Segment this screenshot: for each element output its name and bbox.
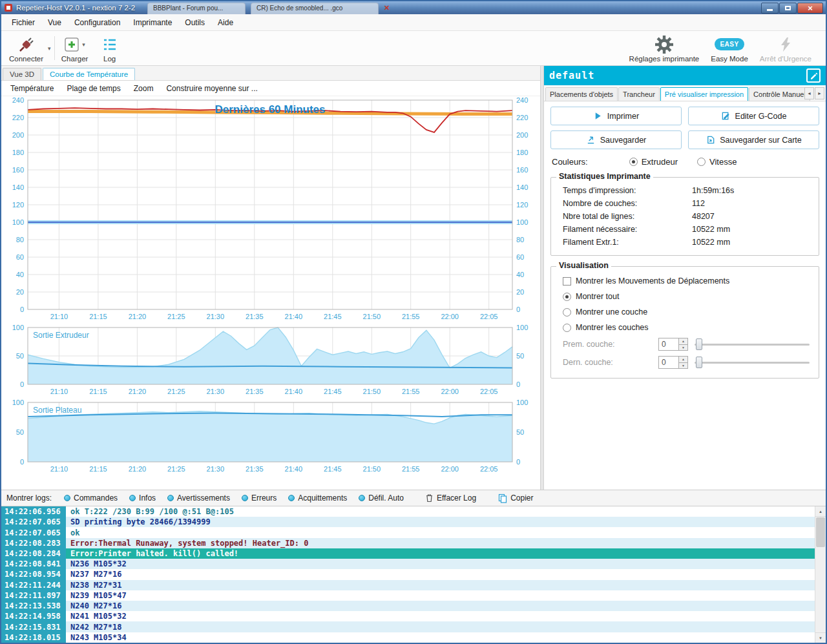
color-option[interactable]: Extrudeur: [629, 157, 678, 167]
layer-slider[interactable]: [695, 338, 810, 351]
copy-log-button[interactable]: Copier: [492, 492, 539, 505]
easy-mode-label: Easy Mode: [711, 55, 748, 63]
tab-3d-view[interactable]: Vue 3D: [3, 68, 41, 80]
menu-item[interactable]: Imprimante: [127, 16, 178, 30]
spinner-down-icon[interactable]: ▼: [679, 344, 687, 351]
svg-text:21:15: 21:15: [89, 313, 107, 320]
radio-icon[interactable]: [629, 158, 638, 166]
connect-button[interactable]: Connecter: [5, 31, 47, 65]
show-travel-moves-checkbox[interactable]: Montrer les Mouvements de Déplacements: [558, 273, 812, 289]
log-filter-toggle[interactable]: Commandes: [58, 492, 123, 504]
svg-text:21:45: 21:45: [324, 313, 342, 320]
log-message: N243 M105*34: [66, 633, 127, 642]
scroll-up-icon[interactable]: ▲: [815, 506, 826, 517]
radio-icon[interactable]: [563, 308, 571, 317]
scroll-down-icon[interactable]: ▼: [815, 632, 826, 643]
checkbox-icon[interactable]: [563, 277, 571, 286]
menu-item[interactable]: Vue: [41, 16, 68, 30]
stat-row: Nombre de couches: 112: [558, 197, 812, 210]
log-row[interactable]: 14:22:08.841 N236 M105*32: [1, 559, 815, 569]
log-message: SD printing byte 28466/1394999: [66, 517, 211, 526]
log-row[interactable]: 14:22:08.283 Error:Thermal Runaway, syst…: [1, 538, 815, 548]
menu-item[interactable]: Configuration: [68, 16, 127, 30]
log-filter-toggle[interactable]: Avertissements: [162, 492, 236, 504]
extruder-output-chart: 00505010010021:1021:1521:2021:2521:3021:…: [2, 324, 539, 399]
log-filter-toggle[interactable]: Infos: [123, 492, 162, 504]
visualisation-option[interactable]: Montrer les couches: [558, 320, 812, 335]
visualisation-option[interactable]: Montrer tout: [558, 289, 812, 304]
toolbar-separator: [54, 36, 55, 60]
visualisation-option[interactable]: Montrer une couche: [558, 304, 812, 320]
log-timestamp: 14:22:08.841: [1, 559, 66, 569]
log-filter-toggle[interactable]: Erreurs: [236, 492, 282, 504]
chart-menu-item[interactable]: Zoom: [127, 82, 160, 95]
tab-object-placement[interactable]: Placements d'objets: [545, 87, 618, 101]
log-filter-toggle[interactable]: Acquittements: [282, 492, 353, 504]
svg-text:160: 160: [12, 166, 24, 174]
chart-menu-item[interactable]: Plage de temps: [60, 82, 127, 95]
edit-printer-button[interactable]: [806, 68, 821, 83]
svg-text:21:35: 21:35: [246, 465, 264, 473]
log-row[interactable]: 14:22:14.958 N241 M105*32: [1, 611, 815, 621]
log-row[interactable]: 14:22:07.065 ok: [1, 527, 815, 537]
chevron-down-icon[interactable]: ▾: [48, 45, 51, 52]
printer-settings-button[interactable]: Réglages imprimante: [625, 31, 704, 65]
spinner-up-icon[interactable]: ▲: [679, 338, 687, 344]
slider-handle[interactable]: [696, 338, 702, 350]
slider-handle[interactable]: [696, 357, 702, 368]
log-message: Error:Thermal Runaway, system stopped! H…: [66, 539, 308, 548]
layer-slider[interactable]: [695, 356, 810, 369]
log-scrollbar[interactable]: ▲ ▼: [815, 506, 826, 643]
color-option[interactable]: Vitesse: [697, 157, 737, 167]
log-row[interactable]: 14:22:07.065 SD printing byte 28466/1394…: [1, 517, 815, 527]
tab-manual-control[interactable]: Contrôle Manuel: [749, 87, 810, 101]
chart-menu-item[interactable]: Température: [4, 82, 60, 95]
log-row[interactable]: 14:22:11.244 N238 M27*31: [1, 580, 815, 590]
radio-icon[interactable]: [563, 293, 571, 301]
edit-gcode-button[interactable]: Editer G-Code: [688, 107, 819, 125]
log-row[interactable]: 14:22:08.284 Error:Printer halted. kill(…: [1, 548, 815, 559]
print-button[interactable]: Imprimer: [550, 107, 682, 125]
maximize-button[interactable]: [779, 3, 797, 14]
log-message: N238 M27*31: [66, 581, 121, 590]
tab-print-preview[interactable]: Pré visualiser impression: [660, 87, 748, 101]
svg-text:21:25: 21:25: [167, 313, 185, 320]
clear-log-button[interactable]: Effacer Log: [419, 492, 483, 504]
easy-mode-button[interactable]: EASY Easy Mode: [707, 31, 752, 65]
scroll-thumb[interactable]: [816, 517, 825, 547]
tab-temperature-curve[interactable]: Courbe de Température: [43, 68, 135, 80]
spinner-down-icon[interactable]: ▼: [679, 362, 687, 369]
log-row[interactable]: 14:22:18.015 N243 M105*34: [1, 632, 815, 643]
menu-item[interactable]: Aide: [211, 16, 240, 30]
load-button[interactable]: ▾ Charger: [58, 31, 92, 65]
svg-text:21:25: 21:25: [167, 388, 185, 395]
log-row[interactable]: 14:22:08.954 N237 M27*16: [1, 569, 815, 579]
chart-menu-item[interactable]: Construire moyenne sur ...: [160, 82, 264, 95]
log-row[interactable]: 14:22:13.538 N240 M27*16: [1, 601, 815, 611]
background-tab[interactable]: CR) Echo de smoobled... .gco: [251, 3, 379, 14]
radio-icon[interactable]: [563, 324, 571, 332]
layer-spinner[interactable]: 0 ▲▼: [658, 356, 688, 369]
background-tab-close-icon[interactable]: ✕: [384, 4, 390, 12]
save-button[interactable]: Sauvegarder: [550, 130, 682, 149]
svg-text:Sortie Plateau: Sortie Plateau: [33, 406, 81, 415]
log-button[interactable]: Log: [92, 31, 127, 65]
chevron-down-icon[interactable]: ▾: [82, 41, 85, 48]
log-filter-toggle[interactable]: Défil. Auto: [353, 492, 410, 504]
menu-item[interactable]: Outils: [178, 16, 211, 30]
close-button[interactable]: ×: [797, 3, 823, 14]
background-tab[interactable]: BBBPlant - Forum pou...: [147, 3, 246, 14]
tabs-scroll-left-icon[interactable]: ◄: [804, 87, 814, 99]
log-row[interactable]: 14:22:15.831 N242 M27*18: [1, 621, 815, 632]
menu-item[interactable]: Fichier: [5, 16, 41, 30]
tab-slicer[interactable]: Trancheur: [618, 87, 660, 101]
tabs-scroll-right-icon[interactable]: ►: [815, 87, 824, 99]
log-row[interactable]: 14:22:11.897 N239 M105*47: [1, 590, 815, 601]
log-row[interactable]: 14:22:06.956 ok T:222 /230 B:99 /100 @:5…: [1, 506, 815, 517]
save-to-card-button[interactable]: Sauvegarder sur Carte: [688, 130, 819, 149]
radio-icon[interactable]: [697, 158, 706, 166]
minimize-button[interactable]: [761, 3, 779, 14]
title-bar: Repetier-Host V2.0.1 - nextion 7 2-2 BBB…: [1, 1, 826, 14]
spinner-up-icon[interactable]: ▲: [679, 357, 687, 362]
layer-spinner[interactable]: 0 ▲▼: [658, 338, 688, 351]
